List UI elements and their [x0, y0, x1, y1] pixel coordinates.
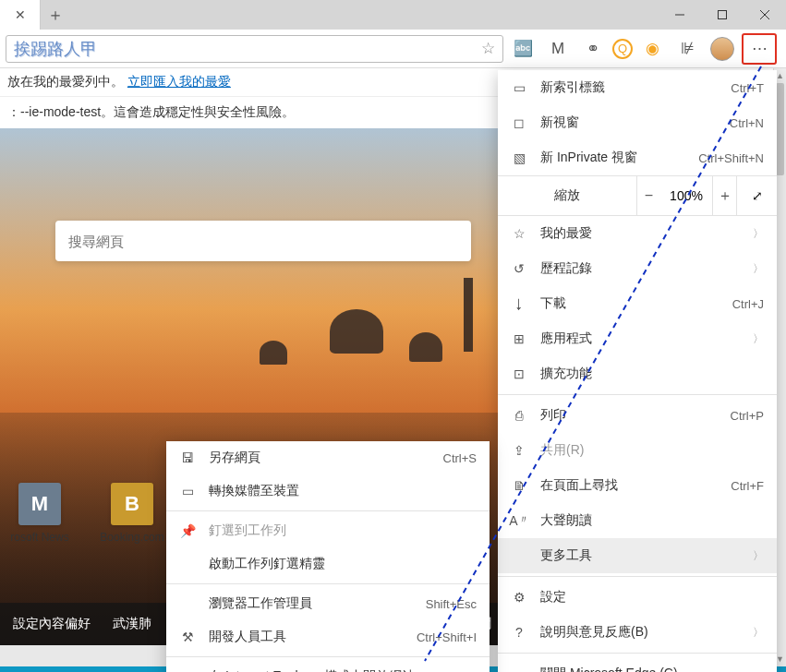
menu-favorites[interactable]: ☆ 我的最愛 〉	[498, 216, 777, 251]
chevron-right-icon: 〉	[753, 625, 764, 641]
address-bar[interactable]: 挨踢路人甲 ☆	[6, 35, 503, 63]
menu-new-window[interactable]: ◻ 新視窗 Ctrl+N	[498, 105, 777, 140]
history-icon: ↺	[511, 261, 527, 276]
help-icon: ?	[511, 625, 527, 640]
import-favorites-link[interactable]: 立即匯入我的最愛	[127, 74, 231, 89]
save-icon: 🖫	[179, 450, 196, 465]
window-controls	[659, 0, 786, 30]
tile-icon: M	[18, 483, 61, 525]
cast-icon: ▭	[179, 484, 196, 498]
menu-history[interactable]: ↺ 歷程記錄 〉	[498, 251, 777, 286]
read-aloud-icon: A〃	[511, 513, 527, 528]
flag-text: ：--ie-mode-test。這會造成穩定性與安全性風險。	[7, 104, 295, 119]
menu-help[interactable]: ? 說明與意見反應(B) 〉	[498, 615, 777, 650]
menu-settings[interactable]: ⚙ 設定	[498, 580, 777, 615]
share-icon: ⇪	[511, 443, 527, 458]
gear-icon: ⚙	[511, 590, 527, 605]
search-ext-icon[interactable]: Q	[612, 39, 633, 59]
zoom-out-button[interactable]: −	[636, 176, 660, 215]
new-window-icon: ◻	[511, 115, 527, 130]
zoom-controls: 縮放 − 100% ＋ ⤢	[498, 175, 777, 216]
tile-icon: B	[111, 483, 153, 525]
tab-strip: ✕ ＋	[0, 0, 659, 30]
devtools-icon: ⚒	[179, 630, 196, 644]
submenu-pin-wizard[interactable]: 啟動工作列釘選精靈	[166, 547, 490, 581]
tile-label: rosoft News	[10, 531, 68, 544]
web-search-box[interactable]	[55, 221, 471, 261]
zoom-value: 100%	[660, 188, 712, 203]
minimize-button[interactable]	[659, 0, 701, 30]
browser-toolbar: 挨踢路人甲 ☆ 🔤 M ⚭ Q ◉ ⊯ ⋯	[0, 30, 786, 68]
address-text: 挨踢路人甲	[14, 38, 481, 60]
new-tab-button[interactable]: ＋	[41, 0, 70, 30]
menu-read-aloud[interactable]: A〃 大聲朗讀	[498, 503, 777, 538]
menu-new-inprivate[interactable]: ▧ 新 InPrivate 視窗 Ctrl+Shift+N	[498, 140, 777, 175]
extension-icon[interactable]: ⚭	[577, 33, 609, 65]
new-tab-icon: ▭	[511, 80, 527, 95]
quick-link-tile[interactable]: B Booking.com	[92, 483, 172, 544]
close-tab-icon[interactable]: ✕	[15, 7, 26, 22]
translate-icon[interactable]: 🔤	[507, 33, 538, 65]
zoom-in-button[interactable]: ＋	[712, 176, 736, 215]
menu-close-edge[interactable]: 關閉 Microsoft Edge (C)	[498, 656, 777, 672]
fullscreen-button[interactable]: ⤢	[736, 176, 777, 215]
chevron-right-icon: 〉	[753, 331, 764, 347]
menu-extensions[interactable]: ⊡ 擴充功能	[498, 356, 777, 391]
find-icon: 🗎	[511, 478, 527, 493]
search-input[interactable]	[68, 234, 458, 249]
submenu-cast[interactable]: ▭ 轉換媒體至裝置	[166, 474, 490, 508]
scrollbar-thumb[interactable]	[776, 83, 784, 175]
apps-icon: ⊞	[511, 331, 527, 346]
menu-find[interactable]: 🗎 在頁面上尋找 Ctrl+F	[498, 468, 777, 503]
quick-link-tile[interactable]: M rosoft News	[0, 483, 79, 544]
star-icon: ☆	[511, 226, 527, 241]
quick-links: M rosoft News B Booking.com	[0, 483, 172, 544]
chevron-right-icon: 〉	[753, 548, 764, 564]
pin-icon: 📌	[179, 523, 196, 538]
submenu-save-as[interactable]: 🖫 另存網頁 Ctrl+S	[166, 441, 490, 474]
favorite-star-icon[interactable]: ☆	[481, 39, 495, 58]
browser-tab[interactable]: ✕	[0, 0, 41, 30]
tile-label: Booking.com	[100, 531, 163, 544]
download-icon: ⭣	[511, 296, 527, 311]
svg-rect-1	[719, 11, 727, 19]
more-tools-submenu: 🖫 另存網頁 Ctrl+S ▭ 轉換媒體至裝置 📌 釘選到工作列 啟動工作列釘選…	[166, 441, 490, 672]
titlebar: ✕ ＋	[0, 0, 786, 30]
infobar-text: 放在我的最愛列中。	[7, 74, 124, 89]
customize-button[interactable]: 設定內容偏好	[13, 616, 91, 632]
print-icon: ⎙	[511, 408, 527, 423]
menu-more-tools[interactable]: 更多工具 〉	[498, 538, 777, 573]
more-menu-button[interactable]: ⋯	[742, 33, 777, 65]
brave-icon[interactable]: ◉	[636, 33, 668, 65]
menu-new-tab[interactable]: ▭ 新索引標籤 Ctrl+T	[498, 70, 777, 105]
gmail-icon[interactable]: M	[542, 33, 574, 65]
menu-print[interactable]: ⎙ 列印 Ctrl+P	[498, 398, 777, 433]
chevron-right-icon: 〉	[753, 261, 764, 277]
menu-apps[interactable]: ⊞ 應用程式 〉	[498, 321, 777, 356]
favorites-menu-icon[interactable]: ⊯	[671, 33, 703, 65]
submenu-dev-tools[interactable]: ⚒ 開發人員工具 Ctrl+Shift+I	[166, 620, 490, 654]
menu-downloads[interactable]: ⭣ 下載 Ctrl+J	[498, 286, 777, 321]
settings-menu: ▭ 新索引標籤 Ctrl+T ◻ 新視窗 Ctrl+N ▧ 新 InPrivat…	[498, 70, 777, 672]
inprivate-icon: ▧	[511, 150, 527, 165]
profile-avatar[interactable]	[707, 33, 738, 65]
extensions-icon: ⊡	[511, 366, 527, 381]
submenu-pin-taskbar[interactable]: 📌 釘選到工作列	[166, 514, 490, 547]
maximize-button[interactable]	[701, 0, 744, 30]
submenu-task-manager[interactable]: 瀏覽器工作管理員 Shift+Esc	[166, 587, 490, 620]
zoom-label: 縮放	[498, 187, 636, 204]
submenu-ie-mode[interactable]: 在 Internet Explorer 模式中開啟網站	[166, 660, 490, 672]
chevron-right-icon: 〉	[753, 226, 764, 242]
news-topic[interactable]: 武漢肺	[113, 616, 151, 632]
menu-share[interactable]: ⇪ 共用(R)	[498, 433, 777, 468]
close-window-button[interactable]	[744, 0, 786, 30]
